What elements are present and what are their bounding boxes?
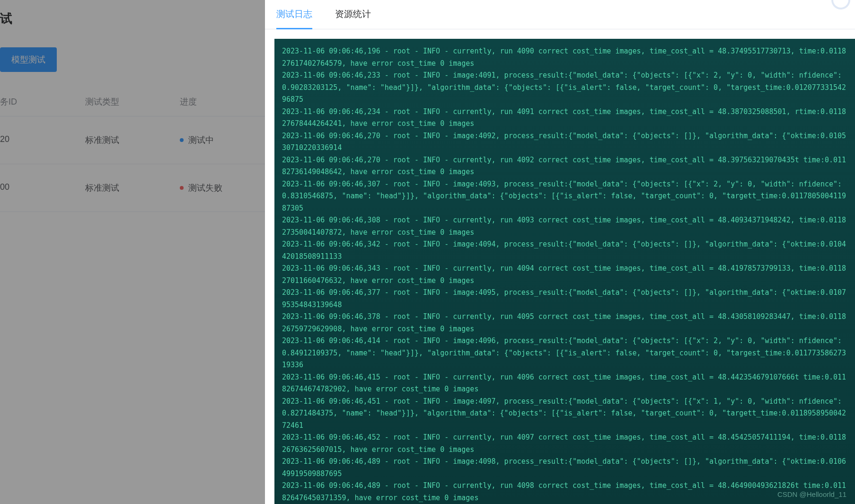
log-line: 2023-11-06 09:06:46,451 - root - INFO - … — [282, 396, 847, 432]
cell-task-id: 00 — [0, 182, 85, 194]
page-title: 试 — [0, 10, 12, 27]
log-line: 2023-11-06 09:06:46,489 - root - INFO - … — [282, 480, 847, 504]
log-panel: 测试日志 资源统计 2023-11-06 09:06:46,196 - root… — [265, 0, 855, 504]
log-line: 2023-11-06 09:06:46,452 - root - INFO - … — [282, 432, 847, 456]
progress-label: 测试失败 — [188, 182, 222, 194]
test-table: 务ID 测试类型 进度 20 标准测试 测试中 00 标准测试 测试失败 — [0, 88, 265, 212]
table-row[interactable]: 00 标准测试 测试失败 — [0, 164, 265, 212]
log-line: 2023-11-06 09:06:46,377 - root - INFO - … — [282, 287, 847, 311]
log-line: 2023-11-06 09:06:46,196 - root - INFO - … — [282, 45, 847, 70]
cell-test-type: 标准测试 — [85, 134, 180, 146]
table-header: 务ID 测试类型 进度 — [0, 88, 265, 116]
cell-task-id: 20 — [0, 134, 85, 146]
tab-resource-stats[interactable]: 资源统计 — [335, 8, 371, 29]
spinner-icon — [831, 0, 850, 9]
panel-tabs: 测试日志 资源统计 — [265, 0, 855, 29]
log-line: 2023-11-06 09:06:46,307 - root - INFO - … — [282, 178, 847, 215]
log-line: 2023-11-06 09:06:46,270 - root - INFO - … — [282, 130, 847, 154]
table-row[interactable]: 20 标准测试 测试中 — [0, 116, 265, 164]
log-line: 2023-11-06 09:06:46,308 - root - INFO - … — [282, 214, 847, 239]
log-line: 2023-11-06 09:06:46,489 - root - INFO - … — [282, 456, 847, 480]
log-line: 2023-11-06 09:06:46,270 - root - INFO - … — [282, 154, 847, 178]
progress-label: 测试中 — [188, 134, 214, 146]
log-line: 2023-11-06 09:06:46,415 - root - INFO - … — [282, 371, 847, 396]
header-progress: 进度 — [180, 96, 265, 107]
header-test-type: 测试类型 — [85, 96, 180, 107]
cell-progress: 测试失败 — [180, 182, 265, 194]
log-line: 2023-11-06 09:06:46,342 - root - INFO - … — [282, 239, 847, 263]
tab-test-log[interactable]: 测试日志 — [276, 8, 312, 29]
model-test-button[interactable]: 模型测试 — [0, 47, 57, 72]
watermark: CSDN @Helloorld_11 — [777, 490, 846, 498]
log-line: 2023-11-06 09:06:46,234 - root - INFO - … — [282, 106, 847, 130]
log-line: 2023-11-06 09:06:46,414 - root - INFO - … — [282, 335, 847, 371]
header-task-id: 务ID — [0, 96, 85, 107]
cell-progress: 测试中 — [180, 134, 265, 146]
status-dot-running-icon — [180, 138, 184, 142]
log-line: 2023-11-06 09:06:46,343 - root - INFO - … — [282, 263, 847, 287]
status-dot-failed-icon — [180, 186, 184, 190]
log-line: 2023-11-06 09:06:46,378 - root - INFO - … — [282, 311, 847, 335]
loading-area — [775, 0, 855, 14]
log-line: 2023-11-06 09:06:46,233 - root - INFO - … — [282, 70, 847, 106]
log-output[interactable]: 2023-11-06 09:06:46,196 - root - INFO - … — [274, 39, 855, 504]
cell-test-type: 标准测试 — [85, 182, 180, 194]
